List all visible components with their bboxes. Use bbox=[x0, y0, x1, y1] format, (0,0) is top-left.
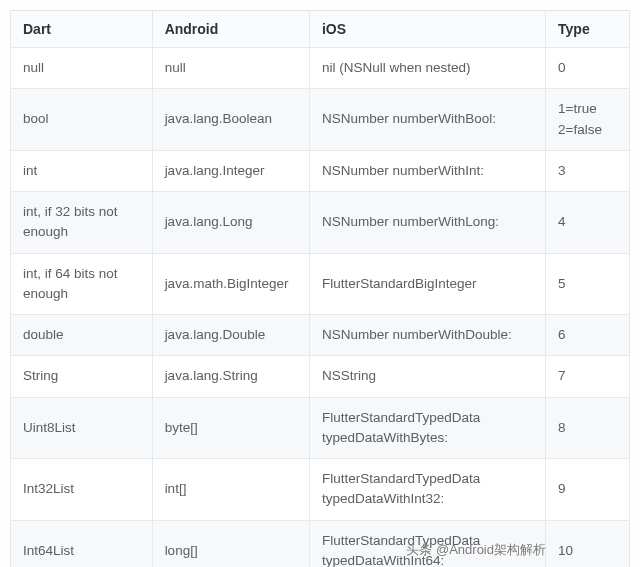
cell-type: 0 bbox=[546, 48, 630, 89]
cell-type: 10 bbox=[546, 520, 630, 567]
cell-dart: Int32List bbox=[11, 459, 153, 521]
cell-type: 3 bbox=[546, 150, 630, 191]
cell-ios: FlutterStandardBigInteger bbox=[309, 253, 545, 315]
cell-dart: int bbox=[11, 150, 153, 191]
cell-type: 8 bbox=[546, 397, 630, 459]
cell-ios: FlutterStandardTypedData typedDataWithBy… bbox=[309, 397, 545, 459]
table-row: int, if 32 bits not enoughjava.lang.Long… bbox=[11, 192, 630, 254]
cell-type: 6 bbox=[546, 315, 630, 356]
cell-ios: FlutterStandardTypedData typedDataWithIn… bbox=[309, 520, 545, 567]
table-body: nullnullnil (NSNull when nested)0booljav… bbox=[11, 48, 630, 568]
type-mapping-table: Dart Android iOS Type nullnullnil (NSNul… bbox=[10, 10, 630, 567]
cell-android: java.lang.String bbox=[152, 356, 309, 397]
cell-ios: FlutterStandardTypedData typedDataWithIn… bbox=[309, 459, 545, 521]
cell-android: java.lang.Integer bbox=[152, 150, 309, 191]
cell-dart: String bbox=[11, 356, 153, 397]
cell-dart: bool bbox=[11, 89, 153, 151]
cell-dart: null bbox=[11, 48, 153, 89]
cell-android: java.math.BigInteger bbox=[152, 253, 309, 315]
cell-android: long[] bbox=[152, 520, 309, 567]
cell-ios: NSNumber numberWithLong: bbox=[309, 192, 545, 254]
table-row: Uint8Listbyte[]FlutterStandardTypedData … bbox=[11, 397, 630, 459]
cell-ios: NSNumber numberWithBool: bbox=[309, 89, 545, 151]
cell-ios: nil (NSNull when nested) bbox=[309, 48, 545, 89]
table-row: booljava.lang.BooleanNSNumber numberWith… bbox=[11, 89, 630, 151]
cell-type: 5 bbox=[546, 253, 630, 315]
cell-android: java.lang.Long bbox=[152, 192, 309, 254]
table-row: doublejava.lang.DoubleNSNumber numberWit… bbox=[11, 315, 630, 356]
cell-type: 4 bbox=[546, 192, 630, 254]
header-type: Type bbox=[546, 11, 630, 48]
cell-dart: Uint8List bbox=[11, 397, 153, 459]
cell-ios: NSNumber numberWithInt: bbox=[309, 150, 545, 191]
header-dart: Dart bbox=[11, 11, 153, 48]
header-android: Android bbox=[152, 11, 309, 48]
table-row: nullnullnil (NSNull when nested)0 bbox=[11, 48, 630, 89]
cell-ios: NSNumber numberWithDouble: bbox=[309, 315, 545, 356]
table-row: Int32Listint[]FlutterStandardTypedData t… bbox=[11, 459, 630, 521]
table-row: Int64Listlong[]FlutterStandardTypedData … bbox=[11, 520, 630, 567]
cell-dart: int, if 64 bits not enough bbox=[11, 253, 153, 315]
cell-dart: Int64List bbox=[11, 520, 153, 567]
header-ios: iOS bbox=[309, 11, 545, 48]
cell-android: byte[] bbox=[152, 397, 309, 459]
cell-android: java.lang.Double bbox=[152, 315, 309, 356]
table-row: Stringjava.lang.StringNSString7 bbox=[11, 356, 630, 397]
table-row: intjava.lang.IntegerNSNumber numberWithI… bbox=[11, 150, 630, 191]
cell-android: java.lang.Boolean bbox=[152, 89, 309, 151]
cell-dart: int, if 32 bits not enough bbox=[11, 192, 153, 254]
cell-android: null bbox=[152, 48, 309, 89]
cell-android: int[] bbox=[152, 459, 309, 521]
cell-type: 9 bbox=[546, 459, 630, 521]
table-row: int, if 64 bits not enoughjava.math.BigI… bbox=[11, 253, 630, 315]
cell-type: 1=true2=false bbox=[546, 89, 630, 151]
cell-dart: double bbox=[11, 315, 153, 356]
cell-type: 7 bbox=[546, 356, 630, 397]
table-header: Dart Android iOS Type bbox=[11, 11, 630, 48]
cell-ios: NSString bbox=[309, 356, 545, 397]
